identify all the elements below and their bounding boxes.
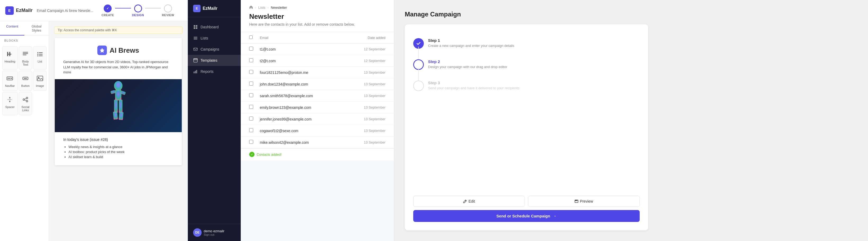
breadcrumb-lists[interactable]: Lists	[258, 5, 265, 9]
svg-rect-47	[194, 58, 197, 60]
nav-item-campaigns[interactable]: Campaigns	[188, 44, 241, 55]
svg-point-27	[26, 100, 28, 102]
row-checkbox-2[interactable]	[249, 70, 253, 74]
svg-rect-15	[11, 78, 12, 79]
campaign-title: Email Campaign Ai brew Newsle...	[37, 8, 93, 13]
row-checkbox-3[interactable]	[249, 82, 253, 85]
table-row: cogawof1t2@sexe.com 13 September	[241, 125, 394, 137]
tab-content[interactable]: Content	[0, 21, 24, 35]
nav-logo: E EzMailr	[188, 0, 241, 17]
nav-item-lists[interactable]: Lists	[188, 33, 241, 44]
preview-button[interactable]: Preview	[528, 196, 640, 207]
breadcrumb-sep-2: ›	[268, 5, 269, 9]
preview-button-label: Preview	[580, 199, 593, 204]
select-all-checkbox[interactable]	[249, 35, 253, 39]
email-tagline: Generative AI for 3D objects from 2D vid…	[63, 59, 173, 75]
bullet-1: Weekly news & insights at a glance	[68, 145, 173, 149]
svg-rect-41	[196, 27, 197, 29]
nav-avatar: DE	[193, 228, 202, 237]
block-list[interactable]: List	[33, 46, 46, 70]
email-preview: AI Brews Generative AI for 3D objects fr…	[55, 38, 182, 165]
step-review-label: REVIEW	[162, 14, 174, 17]
row-email-6: jennifer.jones99@example.com	[260, 117, 348, 121]
row-checkbox-5[interactable]	[249, 105, 253, 109]
row-date-1: 12 September	[348, 59, 385, 63]
row-date-4: 13 September	[348, 94, 385, 98]
manage-campaign-title: Manage Campaign	[405, 10, 648, 18]
nav-item-templates[interactable]: Templates	[188, 55, 241, 66]
contacts-added-text: Contacts added!	[257, 153, 282, 157]
block-navbar[interactable]: NavBar	[2, 71, 18, 91]
block-spacer[interactable]: Spacer	[2, 92, 18, 115]
row-checkbox-6[interactable]	[249, 116, 253, 121]
nav-footer: DE demo ezmailr Sign out	[188, 224, 241, 241]
svg-point-25	[23, 99, 25, 100]
svg-rect-18	[37, 76, 43, 81]
svg-point-26	[26, 97, 28, 99]
send-button-label: Send or Schedule Campaign	[496, 214, 550, 218]
block-list-label: List	[37, 60, 42, 63]
svg-point-6	[37, 52, 38, 53]
svg-rect-11	[39, 56, 42, 56]
camp-step-1-content: Step 1 Create a new campaign and enter y…	[428, 38, 514, 48]
newsletter-panel: › Lists › Newsletter Newsletter Here are…	[241, 0, 394, 241]
email-header-section: AI Brews Generative AI for 3D objects fr…	[55, 38, 182, 79]
row-checkbox-4[interactable]	[249, 93, 253, 97]
edit-button-label: Edit	[468, 199, 475, 204]
contacts-added-icon: ✓	[249, 152, 254, 157]
step-design-circle	[134, 4, 142, 12]
tab-global-styles[interactable]: Global Styles	[24, 21, 49, 35]
step-review-circle	[164, 4, 172, 12]
camp-step-1-circle	[413, 38, 424, 49]
navbar-icon	[5, 74, 14, 83]
svg-rect-9	[39, 54, 42, 55]
step-create-circle: ✓	[104, 4, 112, 12]
email-body-section: In today's issue (issue #28) Weekly news…	[55, 132, 182, 165]
bullet-2: AI toolbox: product picks of the week	[68, 150, 173, 154]
camp-step-1-desc: Create a new campaign and enter your cam…	[428, 44, 514, 48]
send-schedule-button[interactable]: Send or Schedule Campaign	[413, 210, 640, 222]
block-button[interactable]: Button	[19, 71, 32, 91]
sidebar-tabs: Content Global Styles	[0, 21, 49, 36]
block-heading[interactable]: Heading	[2, 46, 18, 70]
email-logo-area: AI Brews	[63, 46, 173, 55]
svg-rect-49	[195, 71, 196, 73]
builder-body: Content Global Styles BLOCKS Heading Bod…	[0, 21, 188, 241]
tip-bar: Tip: Access the command palette with ⌘K	[54, 26, 182, 34]
breadcrumb: › Lists › Newsletter	[249, 5, 385, 10]
row-email-7: cogawof1t2@sexe.com	[260, 129, 348, 133]
block-spacer-label: Spacer	[5, 105, 14, 109]
row-checkbox-1[interactable]	[249, 58, 253, 62]
block-navbar-label: NavBar	[5, 84, 15, 87]
row-checkbox-8[interactable]	[249, 140, 253, 144]
nav-item-dashboard[interactable]: Dashboard	[188, 22, 241, 33]
block-social-links-label: Social Links	[21, 105, 30, 112]
svg-rect-42	[194, 37, 197, 37]
svg-point-8	[37, 54, 38, 55]
nav-templates-label: Templates	[200, 58, 217, 62]
builder-canvas: Tip: Access the command palette with ⌘K …	[49, 21, 188, 241]
bullet-3: AI skillset learn & build	[68, 155, 173, 159]
svg-rect-2	[7, 54, 11, 55]
block-body-text[interactable]: Body Text	[19, 46, 32, 70]
svg-rect-31	[115, 90, 121, 100]
row-checkbox-7[interactable]	[249, 128, 253, 132]
block-image[interactable]: Image	[33, 71, 46, 91]
newsletter-table: Email Date added t1@t.com 12 September t…	[241, 32, 394, 148]
edit-button[interactable]: Edit	[413, 196, 525, 207]
dashboard-icon	[193, 25, 198, 29]
nav-reports-label: Reports	[200, 70, 214, 74]
nav-logo-icon: E	[193, 5, 200, 12]
camp-step-3-title: Step 3	[428, 81, 519, 85]
table-row: mike.wilson42@example.com 13 September	[241, 137, 394, 148]
row-checkbox-0[interactable]	[249, 47, 253, 51]
nav-signout[interactable]: Sign out	[204, 233, 224, 236]
svg-rect-50	[196, 70, 197, 73]
campaign-card: Step 1 Create a new campaign and enter y…	[405, 24, 648, 231]
block-social-links[interactable]: Social Links	[19, 92, 32, 115]
send-icon	[552, 214, 557, 218]
image-icon	[36, 74, 44, 83]
table-row: emily.brown123@example.com 13 September	[241, 102, 394, 113]
camp-step-2-circle	[413, 59, 424, 70]
nav-item-reports[interactable]: Reports	[188, 66, 241, 77]
